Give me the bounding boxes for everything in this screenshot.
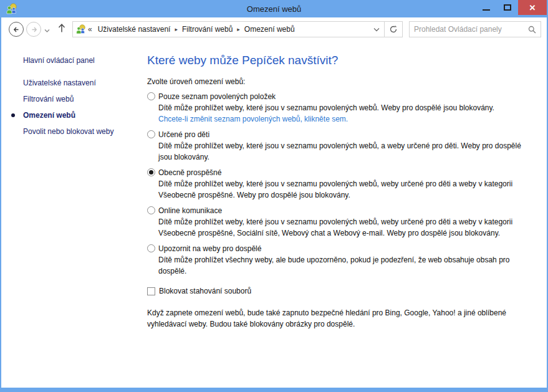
sidebar-item-label: Uživatelské nastavení bbox=[23, 79, 96, 87]
up-arrow-icon bbox=[57, 23, 66, 33]
sidebar-item-allow-block[interactable]: Povolit nebo blokovat weby bbox=[1, 123, 147, 140]
family-safety-breadcrumb-icon[interactable] bbox=[75, 24, 85, 34]
breadcrumb-item-user-settings[interactable]: Uživatelské nastavení bbox=[95, 25, 174, 34]
choose-level-label: Zvolte úroveň omezení webů: bbox=[147, 77, 547, 86]
radio-button[interactable] bbox=[147, 130, 155, 138]
address-dropdown-chevron[interactable] bbox=[369, 22, 384, 37]
minimize-icon bbox=[483, 9, 490, 11]
main-panel: Které weby může Pepíček navštívit? Zvolt… bbox=[147, 41, 547, 388]
radio-option-general-interest[interactable]: Obecně prospěšné Dítě může prohlížet web… bbox=[147, 167, 547, 201]
radio-option-designed-for-children[interactable]: Určené pro děti Dítě může prohlížet weby… bbox=[147, 129, 547, 163]
close-button[interactable]: ✕ bbox=[518, 0, 547, 15]
sidebar-item-label: Omezení webů bbox=[23, 111, 75, 120]
back-button[interactable] bbox=[9, 22, 24, 37]
option-label: Obecně prospěšné bbox=[158, 167, 532, 178]
breadcrumb-item-web-restrictions[interactable]: Omezení webů bbox=[241, 25, 298, 34]
window-title: Omezení webů bbox=[1, 4, 547, 14]
option-description: Dítě může prohlížet weby, které jsou v s… bbox=[158, 140, 532, 163]
maximize-button[interactable] bbox=[497, 0, 518, 15]
radio-option-warn-adult[interactable]: Upozornit na weby pro dospělé Dítě může … bbox=[147, 243, 547, 277]
chevron-down-icon bbox=[44, 29, 50, 32]
option-description: Dítě může prohlížet všechny weby, ale bu… bbox=[158, 254, 532, 277]
option-description: Dítě může prohlížet weby, které jsou v s… bbox=[158, 216, 532, 239]
search-icon[interactable] bbox=[528, 26, 536, 34]
recent-pages-chevron[interactable] bbox=[44, 24, 50, 35]
radio-button[interactable] bbox=[147, 244, 155, 252]
option-label: Pouze seznam povolených položek bbox=[158, 91, 494, 102]
refresh-button[interactable] bbox=[384, 21, 402, 37]
up-button[interactable] bbox=[57, 23, 66, 36]
option-label: Určené pro děti bbox=[158, 129, 532, 140]
option-label: Online komunikace bbox=[158, 205, 532, 216]
maximize-icon bbox=[504, 4, 511, 11]
navigation-toolbar: « Uživatelské nastavení ▸ Filtrování web… bbox=[1, 17, 547, 41]
breadcrumb-separator-icon: ▸ bbox=[173, 26, 179, 32]
sidebar-item-label: Filtrování webů bbox=[23, 95, 74, 103]
radio-button[interactable] bbox=[147, 168, 155, 176]
option-label: Upozornit na weby pro dospělé bbox=[158, 243, 532, 254]
forward-button[interactable] bbox=[26, 22, 41, 37]
sidebar-item-web-restrictions[interactable]: Omezení webů bbox=[1, 107, 147, 123]
radio-option-allow-list[interactable]: Pouze seznam povolených položek Dítě můž… bbox=[147, 91, 547, 125]
refresh-icon bbox=[389, 25, 398, 34]
breadcrumb-separator-icon: ▸ bbox=[236, 26, 241, 32]
page-title: Které weby může Pepíček navštívit? bbox=[147, 54, 547, 67]
sidebar-item-home[interactable]: Hlavní ovládací panel bbox=[1, 52, 147, 69]
sidebar-item-user-settings[interactable]: Uživatelské nastavení bbox=[1, 75, 147, 91]
title-bar: Omezení webů ✕ bbox=[1, 0, 547, 17]
forward-arrow-icon bbox=[30, 26, 38, 34]
minimize-button[interactable] bbox=[476, 0, 497, 15]
sidebar: Hlavní ovládací panel Uživatelské nastav… bbox=[1, 41, 147, 388]
search-box[interactable] bbox=[409, 21, 541, 37]
option-description: Dítě může prohlížet weby, které jsou v s… bbox=[158, 178, 532, 201]
safe-search-note: Když zapnete omezení webů, bude také zap… bbox=[147, 307, 521, 330]
active-bullet bbox=[11, 113, 15, 117]
window-controls: ✕ bbox=[476, 0, 547, 15]
address-bar[interactable]: « Uživatelské nastavení ▸ Filtrování web… bbox=[72, 21, 403, 37]
edit-allow-list-link[interactable]: Chcete-li změnit seznam povolených webů,… bbox=[158, 113, 494, 125]
block-downloads-row[interactable]: Blokovat stahování souborů bbox=[147, 287, 547, 295]
search-input[interactable] bbox=[414, 25, 528, 34]
block-downloads-checkbox[interactable] bbox=[147, 287, 155, 295]
chevron-down-icon bbox=[373, 27, 380, 32]
breadcrumb-overflow-chevrons[interactable]: « bbox=[88, 25, 92, 34]
radio-option-online-communication[interactable]: Online komunikace Dítě může prohlížet we… bbox=[147, 205, 547, 239]
checkbox-label: Blokovat stahování souborů bbox=[159, 287, 251, 295]
content-area: Hlavní ovládací panel Uživatelské nastav… bbox=[1, 41, 547, 388]
sidebar-item-web-filtering[interactable]: Filtrování webů bbox=[1, 91, 147, 107]
radio-button[interactable] bbox=[147, 92, 155, 100]
option-description: Dítě může prohlížet weby, které jsou v s… bbox=[158, 102, 494, 113]
sidebar-item-label: Hlavní ovládací panel bbox=[23, 56, 95, 65]
breadcrumb-item-web-filtering[interactable]: Filtrování webů bbox=[179, 25, 236, 34]
radio-button[interactable] bbox=[147, 206, 155, 214]
window: Omezení webů ✕ « bbox=[0, 0, 548, 392]
close-icon: ✕ bbox=[529, 3, 536, 12]
back-arrow-icon bbox=[12, 26, 21, 34]
sidebar-item-label: Povolit nebo blokovat weby bbox=[23, 127, 113, 136]
